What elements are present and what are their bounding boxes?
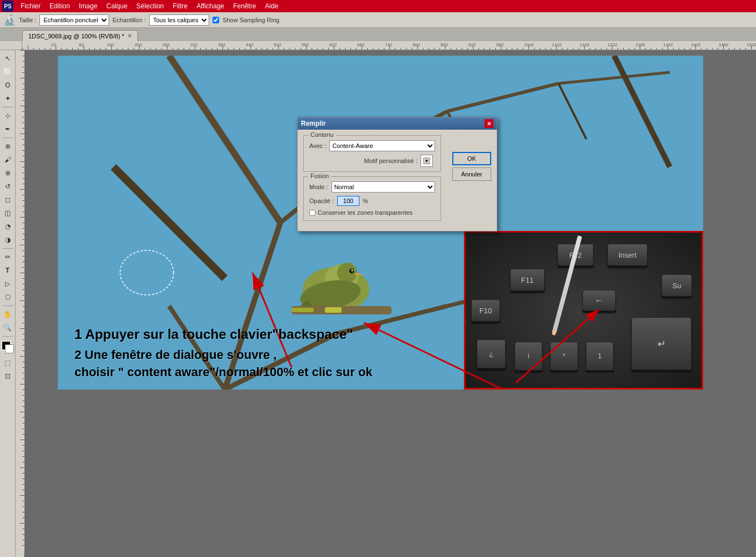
echantillon-label: Echantillon : [112,17,146,23]
ok-button[interactable]: OK [452,152,491,165]
selection-rect-tool[interactable]: ⬜ [2,66,14,78]
canvas-area: 1 Appuyer sur la touche clavier"backspac… [24,50,756,557]
mode-select[interactable]: Normal [332,181,435,193]
text-overlay: 1 Appuyer sur la touche clavier"backspac… [75,325,373,381]
vertical-ruler [16,50,24,557]
ps-logo: PS [2,1,13,12]
ruler-corner [0,41,22,50]
tab-close-btn[interactable]: ✕ [127,33,132,39]
toolbar-divider-2 [2,137,13,138]
stamp-tool[interactable]: ⊗ [2,167,14,179]
tab-filename: 1DSC_9069.jpg @ 100% (RVB/8) * [28,33,124,40]
fusion-group: Fusion Mode : Normal Opacité : % [303,176,441,221]
eyedropper-icon: 🔬 [3,14,16,26]
fusion-group-label: Fusion [308,172,331,179]
color-boxes [2,341,14,353]
taille-label: Taille : [19,17,36,23]
contenu-group-label: Contenu [308,131,336,138]
menu-fichier[interactable]: Fichier [17,1,45,11]
motif-preview: ▼ [421,155,433,167]
quick-mask-btn[interactable]: ⬚ [2,357,14,369]
path-select-tool[interactable]: ▷ [2,278,14,290]
keyboard-overlay: F10 F11 F12 Insert Su ← ¿ i * 1 ↵ [464,231,703,390]
keyboard-inner: F10 F11 F12 Insert Su ← ¿ i * 1 ↵ [466,233,701,388]
menu-affichage[interactable]: Affichage [192,1,228,11]
menu-selection[interactable]: Sélection [132,1,167,11]
gradient-tool[interactable]: ◫ [2,207,14,219]
sampling-ring-checkbox[interactable] [213,17,219,23]
opacite-row: Opacité : % [309,196,435,206]
sampling-ring-label: Show Sampling Ring [223,17,279,23]
lasso-tool[interactable]: ʘ [2,79,14,91]
ruler-canvas [0,41,756,50]
pen-tool[interactable]: ✏ [2,251,14,263]
magic-wand-tool[interactable]: ✦ [2,92,14,105]
main-layout: ↖ ⬜ ʘ ✦ ⊹ ✒ ⊕ 🖌 ⊗ ↺ ◻ ◫ ◔ ◑ ✏ T ▷ ⬡ ✋ 🔍 … [0,50,756,557]
contenu-group: Contenu Avec : Content-Aware Motif perso… [303,135,441,172]
move-tool[interactable]: ↖ [2,52,14,65]
opacite-input[interactable] [337,196,359,206]
step2-text: 2 Une fenêtre de dialogue s'ouvre , [75,347,373,364]
menu-fenetre[interactable]: Fenêtre [229,1,260,11]
opacite-unit: % [363,198,368,204]
brush-tool[interactable]: 🖌 [2,154,14,166]
toolbar-divider-1 [2,107,13,107]
svg-line-30 [516,309,599,383]
avec-row: Avec : Content-Aware [309,140,435,151]
screen-mode-btn[interactable]: ⊡ [2,370,14,382]
text-tool[interactable]: T [2,264,14,277]
conserver-row: Conserver les zones transparentes [309,209,435,216]
svg-point-21 [352,270,353,272]
tab-bar: 1DSC_9069.jpg @ 100% (RVB/8) * ✕ [0,28,756,41]
heal-tool[interactable]: ⊕ [2,140,14,152]
dialog-title: Remplir [301,120,326,127]
step1-text: 1 Appuyer sur la touche clavier"backspac… [75,325,373,344]
background-color[interactable] [5,344,14,353]
svg-rect-26 [291,308,314,312]
motif-label: Motif personnalisé : [364,157,417,164]
mode-label: Mode : [309,184,328,190]
dialog-body: OK Annuler Contenu Avec : Content-Aware … [298,130,497,231]
zoom-tool[interactable]: 🔍 [2,322,14,334]
shape-tool[interactable]: ⬡ [2,291,14,303]
menu-bar: PS Fichier Edition Image Calque Sélectio… [0,0,756,12]
file-tab[interactable]: 1DSC_9069.jpg @ 100% (RVB/8) * ✕ [22,30,138,41]
menu-edition[interactable]: Edition [46,1,74,11]
menu-calque[interactable]: Calque [102,1,131,11]
svg-point-19 [337,263,357,283]
dialog-titlebar: Remplir ✕ [298,117,497,130]
step2b-text: choisir " content aware"/normal/100% et … [75,364,373,381]
remplir-dialog: Remplir ✕ OK Annuler Contenu Avec : Cont… [297,117,497,231]
dialog-buttons: OK Annuler [452,152,491,181]
motif-row: Motif personnalisé : ▼ [309,155,435,167]
cancel-button[interactable]: Annuler [452,167,491,181]
eraser-tool[interactable]: ◻ [2,194,14,206]
echantillon-select[interactable]: Tous les calques [149,14,209,26]
taille-select[interactable]: Echantillon ponctuel [39,14,109,26]
menu-filtre[interactable]: Filtre [169,1,191,11]
keyboard-arrow-svg [466,233,701,388]
toolbar-divider-4 [2,305,13,306]
motif-arrow-btn[interactable]: ▼ [423,157,430,164]
menu-aide[interactable]: Aide [261,1,282,11]
svg-rect-27 [325,307,342,313]
crop-tool[interactable]: ⊹ [2,110,14,122]
mode-row: Mode : Normal [309,181,435,193]
left-toolbar: ↖ ⬜ ʘ ✦ ⊹ ✒ ⊕ 🖌 ⊗ ↺ ◻ ◫ ◔ ◑ ✏ T ▷ ⬡ ✋ 🔍 … [0,50,16,557]
toolbar-divider-5 [2,336,13,337]
blur-tool[interactable]: ◔ [2,220,14,233]
avec-label: Avec : [309,142,326,149]
dialog-close-button[interactable]: ✕ [485,119,493,128]
eyedropper-tool[interactable]: ✒ [2,123,14,135]
horizontal-ruler [0,41,756,50]
dodge-tool[interactable]: ◑ [2,234,14,246]
toolbar-divider-3 [2,248,13,249]
conserver-checkbox[interactable] [309,210,315,216]
avec-select[interactable]: Content-Aware [329,140,435,151]
opacite-label: Opacité : [309,198,334,204]
options-bar: 🔬 Taille : Echantillon ponctuel Echantil… [0,12,756,28]
conserver-label: Conserver les zones transparentes [318,209,413,216]
history-brush-tool[interactable]: ↺ [2,180,14,193]
menu-image[interactable]: Image [75,1,101,11]
hand-tool[interactable]: ✋ [2,308,14,321]
